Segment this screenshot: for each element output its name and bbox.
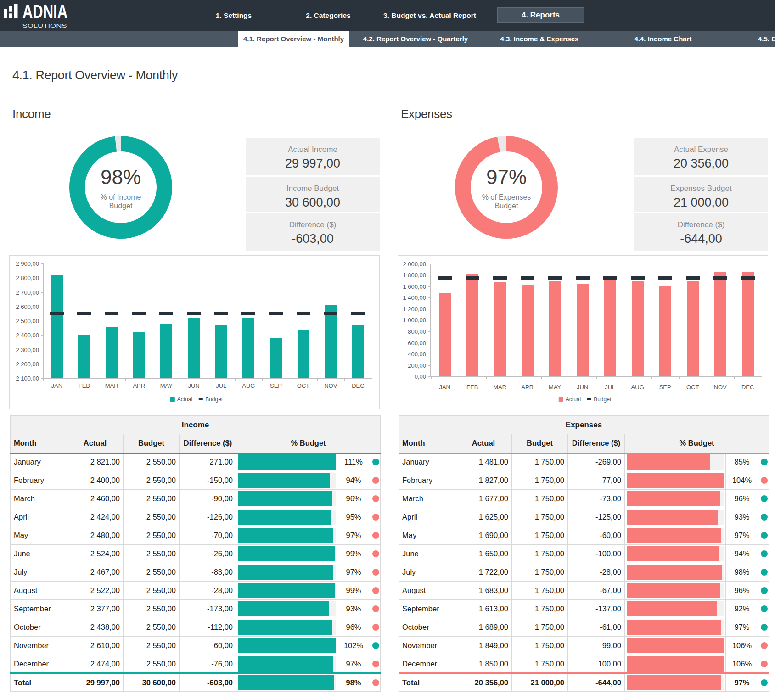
svg-text:ADNIA: ADNIA (22, 3, 67, 22)
svg-text:SOLUTIONS: SOLUTIONS (22, 23, 67, 28)
